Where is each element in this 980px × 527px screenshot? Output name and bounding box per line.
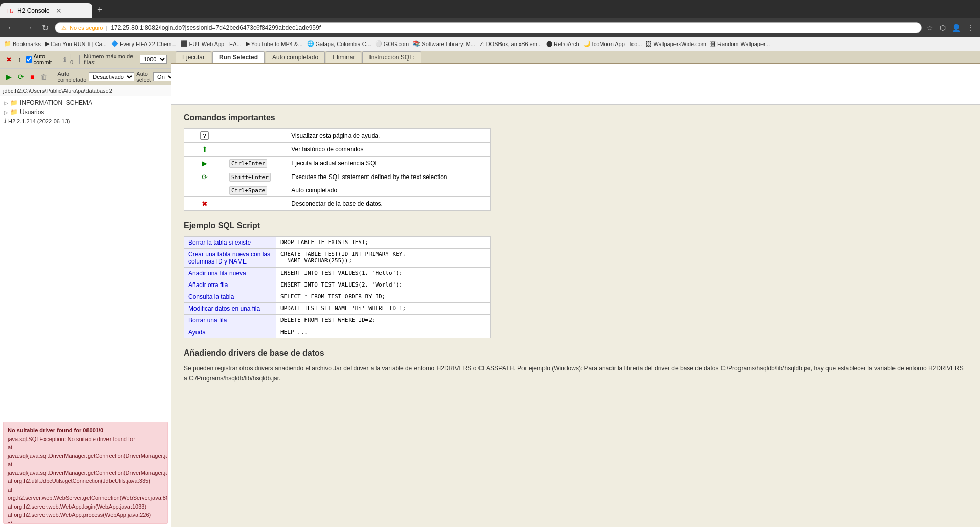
auto-select-select[interactable]: On: [153, 72, 171, 81]
run-btn[interactable]: ▶: [4, 72, 14, 82]
example-desc-3[interactable]: Añadir otra fila: [184, 279, 276, 291]
new-tab-button[interactable]: +: [92, 2, 108, 18]
separator-1: [79, 55, 80, 64]
max-rows-select[interactable]: 1000: [140, 55, 167, 64]
profile-button[interactable]: 👤: [950, 23, 963, 33]
bookmark-wallpapers[interactable]: 🖼 WallpapersWide.com: [646, 41, 706, 47]
example-sql-3: INSERT INTO TEST VALUES(2, 'World');: [276, 279, 491, 291]
auto-commit-label[interactable]: Auto commit: [26, 53, 59, 65]
example-sql-0: DROP TABLE IF EXISTS TEST;: [276, 237, 491, 249]
example-row-1: Crear una tabla nueva con las columnas I…: [184, 249, 491, 268]
bookmark-dosbox[interactable]: Z: DOSBox, an x86 em...: [480, 41, 542, 47]
error-panel: No suitable driver found for 08001/0 jav…: [3, 422, 168, 524]
bookmark-fifa[interactable]: 🔷 Every FIFA 22 Chem...: [111, 40, 177, 47]
tab-auto-completado[interactable]: Auto completado: [266, 51, 325, 63]
bookmark-icomoon[interactable]: 🌙 IcoMoon App - Ico...: [583, 40, 642, 47]
example-row-5: Modificar datos en una fila UPDATE TEST …: [184, 303, 491, 315]
stop-btn[interactable]: ■: [28, 72, 36, 82]
error-line-7: at org.h2.util.JdbcUtils.getConnection(J…: [8, 477, 163, 486]
app-layout: ✖ ↑ Auto commit ℹ | 0 Número máximo de f…: [0, 51, 980, 527]
forward-button[interactable]: →: [21, 22, 36, 33]
cmd-desc-run: Ejecuta la actual sentencia SQL: [287, 157, 491, 170]
command-row-autocomplete: Ctrl+Space Auto completado: [184, 184, 491, 197]
action-tabs: Ejecutar Run Selected Auto completado El…: [171, 51, 980, 64]
example-row-7: Ayuda HELP ...: [184, 326, 491, 338]
history-btn[interactable]: ↑: [16, 55, 24, 64]
folder-icon-information-schema: 📁: [10, 99, 18, 106]
refresh-button[interactable]: ↻: [39, 22, 52, 34]
back-button[interactable]: ←: [4, 22, 18, 33]
example-desc-1[interactable]: Crear una tabla nueva con las columnas I…: [184, 249, 276, 268]
example-sql-6: DELETE FROM TEST WHERE ID=2;: [276, 315, 491, 326]
tree-expand-icon: ▷: [4, 100, 8, 106]
run-selected-btn[interactable]: ⟳: [16, 72, 26, 82]
auto-commit-checkbox[interactable]: [26, 56, 32, 63]
bookmark-software[interactable]: 📚 Software Library: M...: [413, 40, 475, 47]
bookmark-star-button[interactable]: ☆: [925, 23, 935, 33]
bookmark-canrun[interactable]: ▶ Can You RUN It | Ca...: [45, 40, 107, 47]
cmd-icon-autocomplete: [184, 184, 225, 197]
auto-complete-select[interactable]: Desactivado: [89, 72, 134, 81]
tab-icon: H₂: [7, 8, 13, 14]
bookmark-random-wallpaper[interactable]: 🖼 Random Wallpaper...: [710, 41, 770, 47]
disconnect-x-icon: ✖: [202, 200, 208, 208]
cmd-icon-run-selected: ⟳: [184, 170, 225, 184]
cmd-shortcut-autocomplete: Ctrl+Space: [225, 184, 287, 197]
tab-ejecutar[interactable]: Ejecutar: [176, 51, 211, 63]
example-desc-6[interactable]: Borrar una fila: [184, 315, 276, 326]
sidebar: ✖ ↑ Auto commit ℹ | 0 Número máximo de f…: [0, 51, 171, 527]
example-sql-2: INSERT INTO TEST VALUES(1, 'Hello');: [276, 268, 491, 279]
example-desc-2[interactable]: Añadir una fila nueva: [184, 268, 276, 279]
bookmark-youtube[interactable]: ▶ YouTube to MP4 &...: [246, 40, 303, 47]
bookmark-icon-11: 🖼: [646, 41, 651, 47]
error-line-5: at: [8, 460, 163, 469]
error-line-8: at org.h2.server.web.WebServer.getConnec…: [8, 486, 163, 502]
commands-table: ? Visualizar esta página de ayuda. ⬆: [184, 128, 491, 211]
run-selected-icon: ⟳: [202, 173, 208, 181]
example-sql-4: SELECT * FROM TEST ORDER BY ID;: [276, 291, 491, 303]
sql-editor[interactable]: [171, 64, 980, 105]
help-question-icon: ?: [200, 131, 208, 140]
max-rows-label: Número máximo de filas:: [84, 53, 138, 65]
command-row-run-selected: ⟳ Shift+Enter Executes the SQL statement…: [184, 170, 491, 184]
example-desc-7[interactable]: Ayuda: [184, 326, 276, 338]
tree-expand-icon-usuarios: ▷: [4, 109, 8, 115]
tab-eliminar[interactable]: Eliminar: [326, 51, 361, 63]
example-row-3: Añadir otra fila INSERT INTO TEST VALUES…: [184, 279, 491, 291]
bookmark-bookmarks[interactable]: 📁 Bookmarks: [4, 40, 41, 47]
bookmark-icon-3: ⬛: [181, 40, 188, 47]
bookmark-icon-1: ▶: [45, 40, 49, 47]
tree-item-usuarios[interactable]: ▷ 📁 Usuarios: [2, 107, 169, 117]
address-bar[interactable]: ⚠ No es seguro | 172.25.80.1:8082/login.…: [55, 22, 922, 33]
bookmark-gog[interactable]: ⚪ GOG.com: [375, 40, 409, 47]
command-row-history: ⬆ Ver histórico de comandos: [184, 143, 491, 157]
bookmark-icon-12: 🖼: [710, 41, 716, 47]
security-icon: ⚠: [61, 25, 67, 31]
nav-bar: ← → ↻ ⚠ No es seguro | 172.25.80.1:8082/…: [0, 18, 980, 37]
commit-counter: | 0: [70, 53, 75, 65]
clear-btn[interactable]: 🗑: [38, 72, 49, 82]
example-desc-4[interactable]: Consulta la tabla: [184, 291, 276, 303]
tree-item-information-schema[interactable]: ▷ 📁 INFORMATION_SCHEMA: [2, 98, 169, 107]
tab-instruccion-sql[interactable]: Instrucción SQL:: [362, 51, 421, 63]
menu-button[interactable]: ⋮: [965, 23, 976, 33]
help-content: Comandos importantes ? Visualizar esta p…: [171, 105, 980, 527]
example-desc-5[interactable]: Modificar datos en una fila: [184, 303, 276, 315]
command-row-run: ▶ Ctrl+Enter Ejecuta la actual sentencia…: [184, 157, 491, 170]
tab-close-button[interactable]: ✕: [56, 7, 62, 15]
info-btn[interactable]: ℹ: [61, 55, 68, 64]
cmd-desc-help: Visualizar esta página de ayuda.: [287, 129, 491, 143]
example-sql-7: HELP ...: [276, 326, 491, 338]
bookmark-retroarch[interactable]: ⬤ RetroArch: [546, 40, 579, 47]
auto-select-label: Auto select: [136, 71, 151, 83]
main-content: Ejecutar Run Selected Auto completado El…: [171, 51, 980, 527]
example-sql-1: CREATE TABLE TEST(ID INT PRIMARY KEY, NA…: [276, 249, 491, 268]
disconnect-icon-btn[interactable]: ✖: [4, 55, 14, 64]
extensions-button[interactable]: ⬡: [938, 23, 948, 33]
cmd-desc-disconnect: Desconectar de la base de datos.: [287, 197, 491, 211]
tab-run-selected[interactable]: Run Selected: [212, 51, 265, 63]
bookmark-fut[interactable]: ⬛ FUT Web App - EA...: [181, 40, 242, 47]
example-desc-0[interactable]: Borrar la tabla si existe: [184, 237, 276, 249]
bookmark-galapa[interactable]: 🌐 Galapa, Colombia C...: [307, 40, 371, 47]
active-tab[interactable]: H₂ H2 Console ✕: [0, 3, 92, 18]
